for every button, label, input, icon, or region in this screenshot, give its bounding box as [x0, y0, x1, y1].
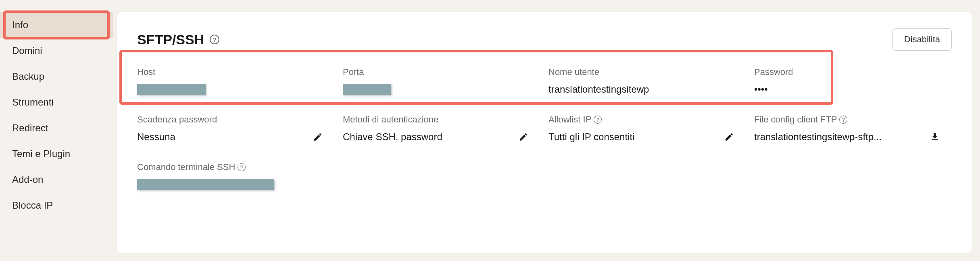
field-label-ftp-config: File config client FTP ? — [754, 114, 952, 125]
sidebar-item-label: Redirect — [12, 122, 48, 133]
field-label-ftp-config-text: File config client FTP — [754, 114, 837, 125]
field-value-auth-methods: Chiave SSH, password — [343, 131, 442, 143]
field-label-host: Host — [137, 67, 335, 77]
edit-icon[interactable] — [724, 132, 734, 142]
sidebar: Info Domini Backup Strumenti Redirect Te… — [0, 0, 113, 261]
field-host: Host — [137, 63, 335, 103]
field-value-ftp-config: translationtestingsitewp-sftp... — [754, 131, 882, 143]
field-ftp-config: File config client FTP ? translationtest… — [754, 110, 952, 151]
sidebar-item-info[interactable]: Info — [0, 12, 113, 38]
sidebar-item-label: Temi e Plugin — [12, 148, 70, 159]
field-pw-expiry: Scadenza password Nessuna — [137, 110, 335, 151]
sidebar-item-label: Add-on — [12, 174, 43, 185]
help-icon[interactable]: ? — [210, 35, 219, 44]
field-grid-row2: Scadenza password Nessuna Metodi di aute… — [137, 110, 952, 151]
field-label-pw-expiry: Scadenza password — [137, 114, 335, 125]
redacted-ssh-cmd-value — [137, 179, 274, 190]
help-icon[interactable]: ? — [839, 116, 847, 124]
edit-icon[interactable] — [519, 132, 528, 142]
field-value-username: translationtestingsitewp — [548, 84, 649, 95]
field-label-auth-methods: Metodi di autenticazione — [343, 114, 540, 125]
field-grid-row1: Host Porta Nome utente translationtestin… — [137, 63, 952, 103]
download-icon[interactable] — [930, 132, 940, 142]
field-value-pw-expiry: Nessuna — [137, 131, 175, 143]
field-auth-methods: Metodi di autenticazione Chiave SSH, pas… — [343, 110, 540, 151]
sidebar-item-domini[interactable]: Domini — [0, 38, 113, 64]
sidebar-item-blocca-ip[interactable]: Blocca IP — [0, 193, 113, 218]
field-port: Porta — [343, 63, 540, 103]
help-icon[interactable]: ? — [238, 163, 246, 171]
panel-title: SFTP/SSH — [137, 32, 204, 48]
disable-button[interactable]: Disabilita — [892, 28, 952, 51]
panel-header: SFTP/SSH ? Disabilita — [137, 28, 952, 51]
sidebar-item-strumenti[interactable]: Strumenti — [0, 89, 113, 115]
redacted-port-value — [343, 84, 391, 95]
field-label-password: Password — [754, 67, 952, 77]
sidebar-item-label: Blocca IP — [12, 200, 53, 211]
field-label-port: Porta — [343, 67, 540, 77]
field-grid-row3: Comando terminale SSH ? — [137, 158, 952, 198]
field-value-password: •••• — [754, 84, 768, 95]
field-label-ssh-cmd: Comando terminale SSH ? — [137, 162, 335, 172]
sidebar-item-backup[interactable]: Backup — [0, 64, 113, 89]
field-ssh-cmd: Comando terminale SSH ? — [137, 158, 335, 198]
redacted-host-value — [137, 84, 206, 95]
field-value-allowlist: Tutti gli IP consentiti — [548, 131, 634, 143]
field-label-allowlist-text: Allowlist IP — [548, 114, 591, 125]
sidebar-item-temi-plugin[interactable]: Temi e Plugin — [0, 141, 113, 167]
sidebar-item-addon[interactable]: Add-on — [0, 167, 113, 193]
field-password: Password •••• — [754, 63, 952, 103]
sidebar-item-redirect[interactable]: Redirect — [0, 115, 113, 141]
field-allowlist: Allowlist IP ? Tutti gli IP consentiti — [548, 110, 746, 151]
field-label-ssh-cmd-text: Comando terminale SSH — [137, 162, 235, 172]
sidebar-item-label: Backup — [12, 71, 44, 82]
field-label-username: Nome utente — [548, 67, 746, 77]
main-panel: SFTP/SSH ? Disabilita Host Porta Nome ut… — [117, 12, 972, 253]
sidebar-item-label: Strumenti — [12, 97, 54, 108]
sidebar-item-label: Domini — [12, 45, 42, 56]
field-username: Nome utente translationtestingsitewp — [548, 63, 746, 103]
sidebar-item-label: Info — [12, 19, 28, 30]
field-label-allowlist: Allowlist IP ? — [548, 114, 746, 125]
help-icon[interactable]: ? — [594, 116, 602, 124]
edit-icon[interactable] — [313, 132, 323, 142]
